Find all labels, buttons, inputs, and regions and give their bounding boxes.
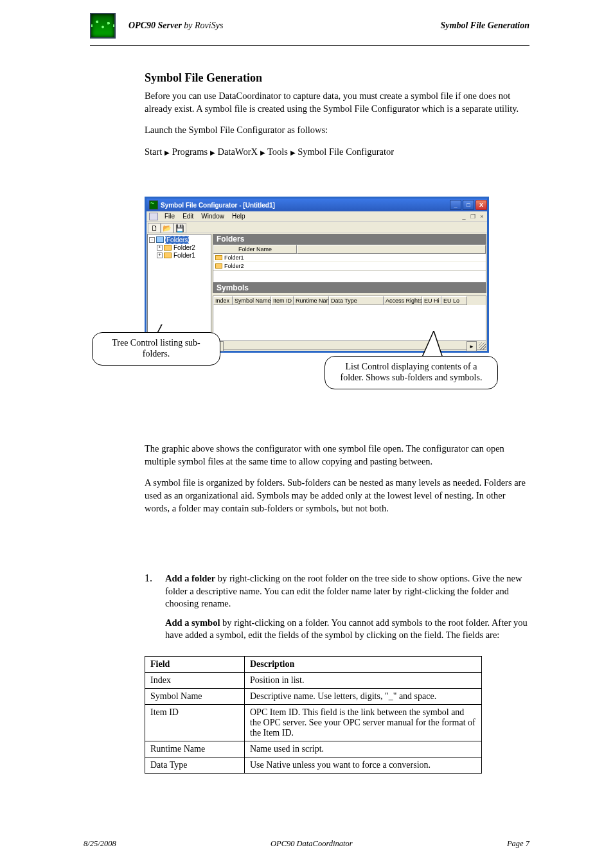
symbols-pane-header: Symbols	[213, 283, 486, 293]
menu-file[interactable]: File	[161, 213, 179, 220]
expand-icon[interactable]: +	[157, 245, 163, 251]
col-folder-name[interactable]: Folder Name	[213, 245, 297, 254]
after-para-1: The graphic above shows the configurator…	[145, 443, 529, 468]
footer: 8/25/2008 OPC90 DataCoordinator Page 7	[84, 839, 529, 849]
folder-icon	[215, 263, 222, 269]
menu-window[interactable]: Window	[197, 213, 228, 220]
col-runtime-name[interactable]: Runtime Name	[294, 296, 329, 305]
close-button[interactable]: X	[475, 200, 487, 210]
new-button[interactable]: 🗋	[148, 223, 161, 233]
table-row: Symbol NameDescriptive name. Use letters…	[145, 688, 482, 704]
product-name: OPC90 Server	[129, 21, 182, 30]
launch-instruction: Launch the Symbol File Configurator as f…	[145, 124, 529, 137]
header-rule	[90, 45, 529, 46]
col-eu-hi[interactable]: EU Hi	[422, 296, 441, 305]
folders-grid[interactable]: Folder Name Folder1 Folder2	[213, 244, 486, 283]
table-row: Data TypeUse Native unless you want to f…	[145, 757, 482, 773]
callout-list: List Control displaying contents of a fo…	[324, 356, 498, 389]
intro-paragraph: Before you can use DataCoordinator to ca…	[145, 90, 529, 115]
tree-item-folder1[interactable]: + Folder1	[149, 251, 209, 259]
menubar: File Edit Window Help _ ❐ ×	[147, 211, 487, 222]
menu-help[interactable]: Help	[228, 213, 249, 220]
window-title: Symbol File Configurator - [Untitled1]	[161, 202, 275, 209]
footer-center: OPC90 DataCoordinator	[116, 839, 507, 849]
resize-grip-icon[interactable]	[479, 342, 486, 350]
app-icon	[149, 200, 158, 209]
table-row: Item IDOPC Item ID. This field is the li…	[145, 704, 482, 741]
section-title: Symbol File Generation	[145, 71, 529, 85]
table-row: IndexPosition in list.	[145, 672, 482, 688]
tree-root-label: Folders	[165, 236, 189, 244]
logo-icon	[90, 13, 116, 39]
titlebar: Symbol File Configurator - [Untitled1] _…	[147, 199, 487, 211]
tree-root[interactable]: - Folders	[149, 236, 209, 244]
tree-label: Folder1	[173, 252, 195, 259]
page-heading: Symbol File Generation	[441, 21, 529, 31]
product-subtitle: by RoviSys	[184, 21, 223, 30]
col-symbol-name[interactable]: Symbol Name	[233, 296, 271, 305]
th-field: Field	[145, 656, 245, 672]
menu-edit[interactable]: Edit	[179, 213, 197, 220]
toolbar: 🗋 📂 💾	[147, 222, 487, 233]
folder-row[interactable]: Folder1	[213, 254, 486, 262]
app-window: Symbol File Configurator - [Untitled1] _…	[145, 197, 489, 353]
grid-empty-area	[213, 270, 486, 282]
mdi-icon[interactable]	[149, 213, 158, 220]
table-row: Runtime NameName used in script.	[145, 741, 482, 757]
minimize-button[interactable]: _	[450, 200, 461, 210]
tree-item-folder2[interactable]: + Folder2	[149, 244, 209, 251]
maximize-button[interactable]: □	[463, 200, 474, 210]
header-text: OPC90 Server by RoviSys Symbol File Gene…	[129, 21, 529, 31]
expand-icon[interactable]: +	[157, 252, 163, 258]
step-number: 1.	[145, 572, 152, 648]
folder-icon	[164, 245, 172, 251]
th-desc: Description	[245, 656, 482, 672]
mdi-restore[interactable]: ❐	[469, 213, 477, 220]
folder-icon	[215, 255, 222, 260]
col-access-rights[interactable]: Access Rights	[384, 296, 422, 305]
folder-row[interactable]: Folder2	[213, 262, 486, 270]
folders-pane-header: Folders	[213, 234, 486, 244]
step-1: 1. Add a folder by right-clicking on the…	[145, 572, 529, 648]
mdi-close[interactable]: ×	[478, 213, 486, 220]
col-eu-lo[interactable]: EU Lo	[441, 296, 467, 305]
collapse-icon[interactable]: -	[149, 237, 155, 243]
tree-label: Folder2	[173, 244, 195, 251]
folder-icon	[164, 252, 172, 258]
footer-date: 8/25/2008	[84, 839, 116, 849]
fields-table: Field Description IndexPosition in list.…	[145, 656, 482, 774]
callout-tree: Tree Control listing sub-folders.	[92, 332, 220, 366]
col-data-type[interactable]: Data Type	[329, 296, 384, 305]
root-folder-icon	[156, 236, 164, 243]
open-button[interactable]: 📂	[161, 223, 173, 233]
col-index[interactable]: Index	[213, 296, 233, 305]
launch-path: Start ▶ Programs ▶ DataWorX ▶ Tools ▶ Sy…	[145, 146, 529, 159]
save-button[interactable]: 💾	[173, 223, 186, 233]
mdi-minimize[interactable]: _	[460, 213, 468, 220]
footer-page: Page 7	[507, 839, 529, 849]
col-item-id[interactable]: Item ID	[271, 296, 294, 305]
after-para-2: A symbol file is organized by folders. S…	[145, 477, 529, 515]
tree-pane[interactable]: - Folders + Folder2 + Folder1	[147, 234, 211, 337]
